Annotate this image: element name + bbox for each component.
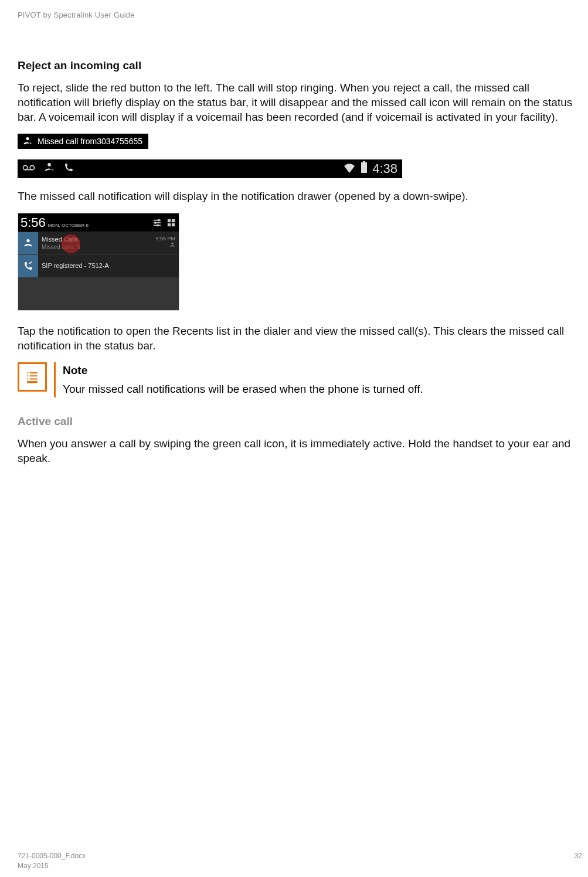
- svg-rect-15: [168, 219, 171, 222]
- para-notification-drawer-desc: The missed call notification will displa…: [18, 189, 576, 203]
- note-callout: Note Your missed call notifications will…: [18, 362, 576, 397]
- screenshot-notification-drawer: 5:56 MON, OCTOBER 6 Mi: [18, 213, 179, 311]
- notification-title: SIP registered - 7512-A: [42, 262, 109, 270]
- svg-rect-13: [155, 222, 157, 225]
- footer-docnum: 721-0005-000_F.docx: [18, 852, 86, 860]
- screenshot-missed-call-banner: Missed call from3034755655: [18, 134, 148, 149]
- missed-call-icon: [22, 136, 33, 147]
- notification-time: 5:55 PM: [155, 236, 175, 242]
- svg-rect-8: [361, 162, 367, 173]
- drawer-status-bar: 5:56 MON, OCTOBER 6: [18, 213, 179, 232]
- note-label: Note: [63, 362, 423, 379]
- screenshot-status-bar: 4:38: [18, 159, 402, 178]
- missed-call-banner-text: Missed call from3034755655: [38, 137, 142, 146]
- svg-rect-7: [363, 161, 365, 162]
- svg-rect-14: [157, 225, 159, 227]
- page-footer: 721-0005-000_F.docx May 2015 32: [18, 852, 582, 870]
- phone-icon: [63, 162, 74, 175]
- phone-check-icon: [18, 255, 38, 277]
- heading-active-call: Active call: [18, 415, 576, 428]
- svg-point-3: [30, 166, 34, 170]
- voicemail-icon: [22, 164, 35, 174]
- notification-sip-registered: SIP registered - 7512-A: [18, 254, 179, 277]
- drawer-clock: 5:56: [21, 215, 46, 230]
- heading-reject-incoming: Reject an incoming call: [18, 59, 576, 72]
- para-reject-description: To reject, slide the red button to the l…: [18, 80, 576, 124]
- svg-point-2: [23, 166, 27, 170]
- wifi-icon: [343, 161, 356, 176]
- svg-point-20: [172, 243, 174, 244]
- footer-date: May 2015: [18, 862, 86, 870]
- highlight-circle: [62, 234, 80, 253]
- callout-divider: [54, 362, 56, 397]
- svg-rect-12: [158, 219, 160, 222]
- note-body-text: Your missed call notifications will be e…: [63, 383, 423, 395]
- svg-rect-18: [172, 223, 175, 226]
- footer-page-number: 32: [575, 852, 582, 870]
- missed-call-small-icon: [155, 242, 175, 250]
- battery-icon: [361, 161, 368, 176]
- grid-icon: [167, 219, 175, 229]
- notification-missed-calls: Missed Calls Missed calls: 3 5:55 PM: [18, 232, 179, 254]
- drawer-date: MON, OCTOBER 6: [48, 223, 153, 228]
- svg-rect-17: [168, 223, 171, 226]
- svg-point-19: [26, 239, 29, 242]
- drawer-empty-area: [18, 277, 179, 310]
- para-active-call: When you answer a call by swiping the gr…: [18, 436, 576, 465]
- missed-call-icon: [18, 232, 38, 254]
- para-tap-notification: Tap the notification to open the Recents…: [18, 324, 576, 353]
- settings-toggle-icon: [153, 219, 161, 229]
- note-list-icon: [18, 362, 47, 392]
- svg-rect-16: [172, 219, 175, 222]
- status-bar-clock: 4:38: [372, 161, 397, 176]
- document-header: PIVOT by Spectralink User Guide: [18, 11, 576, 19]
- missed-call-icon: [43, 162, 55, 176]
